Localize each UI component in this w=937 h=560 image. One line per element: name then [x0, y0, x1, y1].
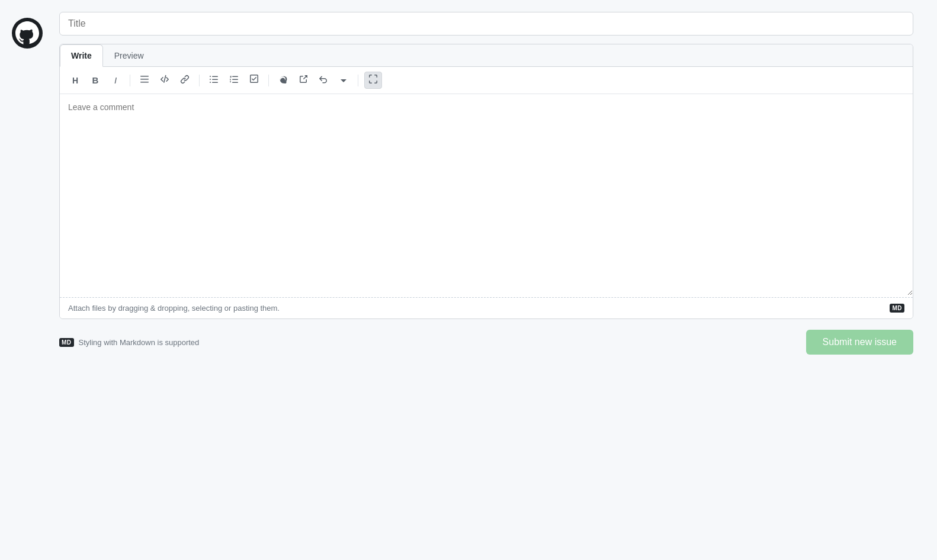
task-list-icon [249, 75, 259, 86]
undo-icon [319, 75, 328, 86]
tab-preview[interactable]: Preview [103, 44, 155, 67]
footer-row: MD Styling with Markdown is supported Su… [59, 330, 913, 355]
fullscreen-icon [368, 75, 378, 86]
markdown-badge-footer: MD [59, 338, 74, 347]
italic-icon: I [114, 75, 117, 85]
undo-dropdown-button[interactable] [335, 72, 352, 89]
mention-icon [278, 75, 288, 86]
toolbar-divider-2 [199, 75, 200, 86]
toolbar-divider-4 [358, 75, 358, 86]
unordered-list-button[interactable] [206, 72, 222, 89]
code-button[interactable] [156, 72, 173, 89]
cross-reference-icon [299, 75, 308, 86]
user-avatar [12, 18, 43, 49]
bold-icon: B [92, 75, 99, 85]
comment-textarea[interactable] [60, 94, 913, 295]
heading-icon: H [72, 76, 78, 85]
heading-button[interactable]: H [67, 72, 84, 89]
task-list-button[interactable] [246, 72, 262, 89]
tabs-bar: Write Preview [60, 44, 913, 67]
bold-button[interactable]: B [87, 72, 104, 89]
attach-area: Attach files by dragging & dropping, sel… [60, 297, 913, 318]
unordered-list-icon [209, 75, 219, 86]
cross-reference-button[interactable] [295, 72, 312, 89]
attach-text: Attach files by dragging & dropping, sel… [68, 304, 280, 313]
title-input[interactable] [59, 12, 913, 36]
submit-issue-button[interactable]: Submit new issue [806, 330, 913, 355]
markdown-note: MD Styling with Markdown is supported [59, 338, 199, 347]
markdown-note-text: Styling with Markdown is supported [79, 338, 200, 347]
chevron-down-icon [341, 75, 346, 85]
italic-button[interactable]: I [107, 72, 124, 89]
undo-button[interactable] [315, 72, 332, 89]
toolbar: H B I [60, 67, 913, 94]
tab-write[interactable]: Write [60, 44, 103, 67]
fullscreen-button[interactable] [364, 72, 382, 89]
ordered-list-button[interactable] [226, 72, 242, 89]
link-button[interactable] [177, 72, 193, 89]
blockquote-button[interactable] [136, 72, 153, 89]
link-icon [180, 75, 190, 86]
markdown-badge-attach: MD [890, 304, 904, 313]
toolbar-divider-1 [130, 75, 130, 86]
blockquote-icon [140, 75, 149, 86]
editor-container: Write Preview H B I [59, 44, 913, 319]
toolbar-divider-3 [268, 75, 269, 86]
ordered-list-icon [229, 75, 239, 86]
mention-button[interactable] [275, 72, 291, 89]
code-icon [160, 75, 169, 86]
